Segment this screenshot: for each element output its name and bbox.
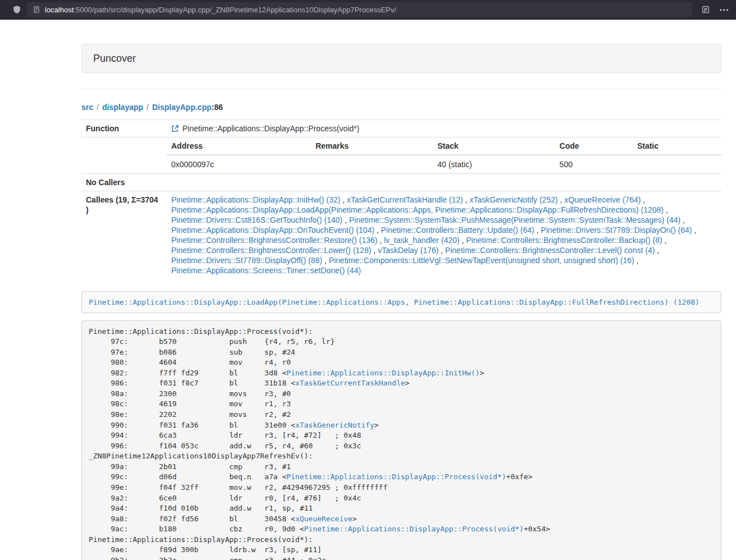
page-info-icon[interactable]: [33, 6, 40, 13]
callee-link[interactable]: vTaskDelay (176): [378, 246, 438, 255]
browser-toolbar: localhost:5000/path/src/displayapp/Displ…: [0, 0, 736, 20]
callee-link[interactable]: xTaskGetCurrentTaskHandle (12): [347, 195, 463, 204]
assembly-symbol-link[interactable]: xTaskGenericNotify: [295, 421, 374, 429]
breadcrumb-separator: /: [147, 103, 149, 112]
breadcrumb-line-number: :86: [212, 103, 223, 112]
selected-symbol-box: Pinetime::Applications::DisplayApp::Load…: [81, 291, 721, 313]
callee-link[interactable]: Pinetime::Applications::DisplayApp::OnTo…: [171, 226, 374, 235]
callee-link[interactable]: Pinetime::Controllers::BrightnessControl…: [171, 246, 371, 255]
breadcrumb-separator: /: [97, 103, 99, 112]
assembly-symbol-link[interactable]: xQueueReceive: [295, 515, 353, 523]
divider: [81, 89, 721, 89]
stats-row: Address Remarks Stack Code Static 0x0000…: [81, 137, 721, 174]
callees-label: Callees (19, Σ=3704 ): [81, 191, 167, 279]
no-callers-label: No Callers: [81, 174, 167, 191]
function-name: Pinetime::Applications::DisplayApp::Proc…: [182, 124, 359, 133]
stat-stack: 40 (static): [433, 155, 555, 173]
callee-link[interactable]: Pinetime::Components::LittleVgl::SetNewT…: [329, 256, 634, 265]
column-stack: Stack: [433, 137, 555, 155]
reader-mode-icon[interactable]: [701, 5, 710, 14]
function-symbol-icon: [171, 125, 179, 132]
assembly-symbol-link[interactable]: xTaskGetCurrentTaskHandle: [295, 379, 405, 387]
stats-header-row: Address Remarks Stack Code Static: [167, 137, 721, 155]
callees-row: Callees (19, Σ=3704 ) Pinetime::Applicat…: [81, 191, 721, 279]
breadcrumb-item-src[interactable]: src: [81, 103, 93, 112]
puncover-header-panel: Puncover: [81, 44, 721, 73]
function-label: Function: [81, 120, 167, 137]
callee-link[interactable]: Pinetime::Drivers::St7789::DisplayOn() (…: [541, 226, 692, 235]
callee-link[interactable]: Pinetime::Controllers::BrightnessControl…: [445, 246, 655, 255]
callee-link[interactable]: xTaskGenericNotify (252): [469, 195, 557, 204]
stat-address: 0x0000097c: [167, 155, 311, 173]
function-detail-table: Function Pinetime::Applications::Display…: [81, 120, 721, 279]
callee-link[interactable]: Pinetime::Applications::DisplayApp::Load…: [171, 205, 664, 214]
callee-link[interactable]: xQueueReceive (764): [564, 195, 641, 204]
stat-static: [633, 155, 721, 173]
column-address: Address: [167, 137, 311, 155]
url-host: localhost: [45, 6, 74, 14]
stats-row-spacer: [81, 137, 167, 174]
selected-symbol-link[interactable]: Pinetime::Applications::DisplayApp::Load…: [89, 298, 700, 306]
column-code: Code: [555, 137, 633, 155]
page-content: Puncover src/displayapp/DisplayApp.cpp:8…: [81, 44, 721, 560]
breadcrumb-item-displayapp[interactable]: displayapp: [102, 103, 143, 112]
column-remarks: Remarks: [311, 137, 433, 155]
url-text: localhost:5000/path/src/displayapp/Displ…: [45, 6, 396, 14]
stats-table: Address Remarks Stack Code Static 0x0000…: [167, 137, 721, 173]
column-static: Static: [633, 137, 721, 155]
callee-link[interactable]: Pinetime::System::SystemTask::PushMessag…: [349, 215, 681, 224]
breadcrumb: src/displayapp/DisplayApp.cpp:86: [81, 103, 721, 112]
assembly-symbol-link[interactable]: Pinetime::Applications::DisplayApp::Proc…: [286, 472, 506, 481]
page-title: Puncover: [93, 52, 710, 65]
overflow-menu-icon[interactable]: ⋯: [719, 5, 729, 15]
stats-values-row: 0x0000097c 40 (static) 500: [167, 155, 721, 173]
stat-code: 500: [555, 155, 633, 173]
callee-link[interactable]: Pinetime::Drivers::Cst816S::GetTouchInfo…: [171, 215, 342, 224]
callee-link[interactable]: Pinetime::Controllers::BrightnessControl…: [466, 236, 662, 245]
callees-list: Pinetime::Applications::DisplayApp::Init…: [167, 191, 721, 279]
no-callers-row: No Callers: [81, 174, 721, 191]
callee-link[interactable]: lv_task_handler (420): [384, 236, 460, 245]
callee-link[interactable]: Pinetime::Drivers::St7789::DisplayOff() …: [171, 256, 322, 265]
callee-link[interactable]: Pinetime::Applications::DisplayApp::Init…: [171, 195, 340, 204]
callee-link[interactable]: Pinetime::Controllers::BrightnessControl…: [171, 236, 377, 245]
assembly-block: Pinetime::Applications::DisplayApp::Proc…: [81, 320, 721, 560]
callee-link[interactable]: Pinetime::Controllers::Battery::Update()…: [381, 226, 534, 235]
callee-link[interactable]: Pinetime::Applications::Screens::Timer::…: [171, 266, 361, 275]
url-path: :5000/path/src/displayapp/DisplayApp.cpp…: [74, 6, 396, 14]
assembly-symbol-link[interactable]: Pinetime::Applications::DisplayApp::Proc…: [304, 525, 524, 533]
function-row: Function Pinetime::Applications::Display…: [81, 120, 721, 137]
stat-remarks: [311, 155, 433, 173]
url-bar[interactable]: localhost:5000/path/src/displayapp/Displ…: [27, 2, 692, 17]
tracking-protection-shield-icon[interactable]: [12, 5, 21, 14]
breadcrumb-item-file[interactable]: DisplayApp.cpp: [152, 103, 212, 112]
assembly-symbol-link[interactable]: Pinetime::Applications::DisplayApp::Init…: [286, 369, 479, 377]
